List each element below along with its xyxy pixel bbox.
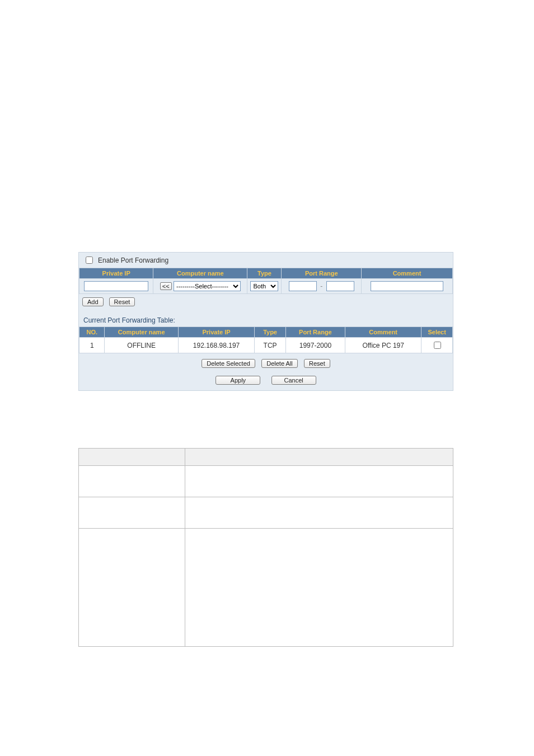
private-ip-input[interactable]	[84, 281, 148, 291]
desc-header-parameter	[79, 449, 185, 466]
port-from-input[interactable]	[289, 281, 317, 291]
desc-cell	[79, 466, 185, 497]
copy-ip-button[interactable]: <<	[160, 282, 172, 290]
reset-table-button[interactable]: Reset	[304, 359, 330, 368]
cell-no: 1	[79, 338, 105, 353]
cell-comment: Office PC 197	[345, 338, 421, 353]
input-fields-table: Private IP Computer name Type Port Range…	[79, 268, 453, 294]
table-row: 1 OFFLINE 192.168.98.197 TCP 1997-2000 O…	[79, 338, 453, 353]
delete-selected-button[interactable]: Delete Selected	[202, 359, 255, 368]
desc-cell	[79, 529, 185, 647]
enable-port-forwarding-label: Enable Port Forwarding	[98, 256, 168, 264]
port-to-input[interactable]	[326, 281, 354, 291]
current-table-label: Current Port Forwarding Table:	[79, 309, 453, 326]
reset-input-button[interactable]: Reset	[109, 297, 135, 306]
th-type: Type	[255, 327, 286, 338]
add-button[interactable]: Add	[82, 297, 104, 306]
computer-name-select[interactable]: ---------Select--------	[174, 281, 241, 291]
cancel-button[interactable]: Cancel	[271, 376, 316, 385]
desc-cell	[185, 466, 453, 497]
cell-type: TCP	[255, 338, 286, 353]
desc-cell	[185, 497, 453, 529]
desc-cell	[79, 497, 185, 529]
th-select: Select	[421, 327, 453, 338]
enable-port-forwarding-checkbox[interactable]	[86, 256, 93, 264]
cell-computer-name: OFFLINE	[105, 338, 178, 353]
th-port-range: Port Range	[285, 327, 345, 338]
desc-cell	[185, 529, 453, 647]
header-type: Type	[247, 268, 282, 279]
desc-header-description	[185, 449, 453, 466]
apply-button[interactable]: Apply	[216, 376, 260, 385]
th-private-ip: Private IP	[178, 327, 254, 338]
description-table	[78, 448, 453, 647]
th-no: NO.	[79, 327, 105, 338]
header-computer-name: Computer name	[153, 268, 247, 279]
th-computer-name: Computer name	[105, 327, 178, 338]
cell-private-ip: 192.168.98.197	[178, 338, 254, 353]
header-private-ip: Private IP	[79, 268, 153, 279]
comment-input[interactable]	[371, 281, 443, 291]
delete-all-button[interactable]: Delete All	[261, 359, 297, 368]
header-port-range: Port Range	[282, 268, 362, 279]
cell-port-range: 1997-2000	[285, 338, 345, 353]
row-select-checkbox[interactable]	[434, 342, 441, 349]
header-comment: Comment	[362, 268, 453, 279]
forwarding-table: NO. Computer name Private IP Type Port R…	[79, 326, 453, 353]
type-select[interactable]: Both	[250, 281, 278, 291]
port-forwarding-panel: Enable Port Forwarding Private IP Comput…	[78, 252, 453, 391]
port-range-dash: -	[318, 282, 324, 290]
th-comment: Comment	[345, 327, 421, 338]
